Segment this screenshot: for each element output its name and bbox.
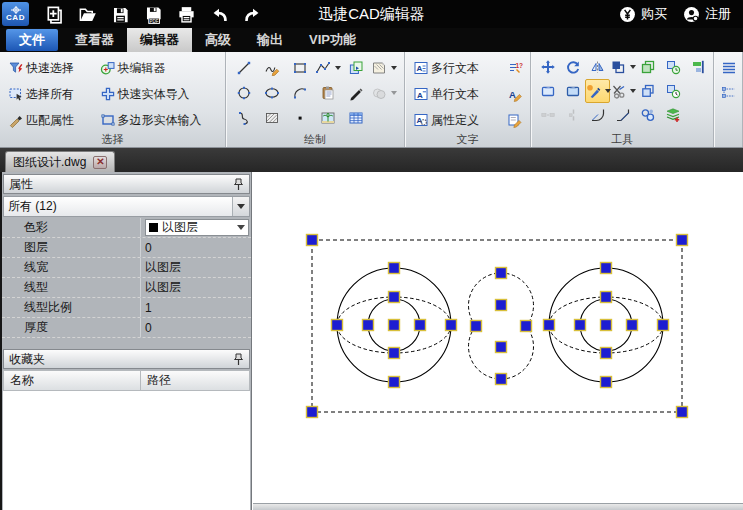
arc-tool[interactable] [286,80,314,105]
erase-tool[interactable] [585,79,610,103]
rect-tool-alt-tool[interactable] [560,79,585,103]
attr-edit-tool[interactable] [499,108,527,133]
grip-handle[interactable] [601,292,612,303]
entity-import-tool[interactable]: 快速实体导入 [96,82,223,107]
menu-tab-output[interactable]: 输出 [244,28,296,52]
mtext-tool[interactable]: A多行文本 [409,56,499,81]
app-logo[interactable]: CAD [2,2,29,26]
grip-handle[interactable] [544,320,555,331]
dropdown-caret-icon[interactable] [391,91,397,95]
hatch-box-tool[interactable] [258,105,286,130]
stext-tool[interactable]: A单行文本 [409,82,499,107]
hatch-stamp-tool[interactable] [370,55,398,80]
document-tab[interactable]: 图纸设计.dwg ✕ [5,151,115,172]
grip-handle[interactable] [496,374,507,385]
menu-tab-viewer[interactable]: 查看器 [62,28,127,52]
circle-tool[interactable] [230,80,258,105]
match-properties-tool[interactable]: 匹配属性 [4,108,96,133]
rotate-tool[interactable] [560,55,585,79]
new-document-button[interactable] [41,2,67,26]
grip-handle[interactable] [601,348,612,359]
grip-handle[interactable] [496,342,507,353]
trim-tool[interactable] [610,79,635,103]
copy-object-tool[interactable] [635,55,660,79]
grip-handle[interactable] [307,235,318,246]
grip-handle[interactable] [389,263,400,274]
properties-filter-dropdown[interactable]: 所有 (12) [3,196,250,217]
save-button[interactable] [107,2,133,26]
grip-handle[interactable] [496,268,507,279]
grip-handle[interactable] [601,377,612,388]
property-value-lineweight[interactable]: 以图层 [140,258,251,277]
color-value-dropdown[interactable]: 以图层 [145,219,249,236]
align-tool[interactable] [685,55,710,79]
ellipse-tool[interactable] [258,80,286,105]
property-value-linetype-scale[interactable]: 1 [140,298,251,317]
block-editor-tool[interactable]: 块编辑器 [96,56,223,81]
print-button[interactable] [173,2,199,26]
table-tool[interactable] [342,105,370,130]
drawing-canvas[interactable] [253,172,743,510]
rect-tool-tool[interactable] [535,79,560,103]
favorites-column-name[interactable]: 名称 [3,370,141,391]
polyline-tool[interactable] [314,55,342,80]
grip-handle[interactable] [521,321,532,332]
polygon-entity-tool[interactable]: 多边形实体输入 [96,108,223,133]
menu-tab-advanced[interactable]: 高级 [192,28,244,52]
drawing-svg[interactable] [253,172,743,510]
move-tool[interactable] [535,55,560,79]
grip-handle[interactable] [575,320,586,331]
save-as-pdf-button[interactable]: PDF [140,2,166,26]
image-tool[interactable] [314,105,342,130]
canvas-horizontal-scrollbar[interactable] [253,503,743,510]
menu-tab-file[interactable]: 文件 [6,29,58,51]
select-all-tool[interactable]: 选择所有 [4,82,96,107]
property-value-thickness[interactable]: 0 [140,318,251,337]
line-tool[interactable] [230,55,258,80]
offset-clock-tool[interactable] [660,79,685,103]
grip-handle[interactable] [627,320,638,331]
attr-def-tool[interactable]: A属性定义 [409,108,499,133]
text-edit-tool[interactable]: A [499,82,527,107]
pin-icon[interactable] [233,353,244,366]
register-button[interactable]: 注册 [683,5,731,23]
grip-handle[interactable] [389,377,400,388]
grip-handle[interactable] [415,320,426,331]
dropdown-caret-icon[interactable] [335,66,341,70]
array-tool[interactable] [610,55,635,79]
layers-add-tool[interactable] [660,103,685,127]
grip-handle[interactable] [471,321,482,332]
open-file-button[interactable] [74,2,100,26]
favorites-column-path[interactable]: 路径 [141,370,250,391]
favorites-list[interactable] [3,391,250,510]
grip-handle[interactable] [601,320,612,331]
grip-handle[interactable] [496,300,507,311]
mirror-tool[interactable] [585,55,610,79]
spline-tool[interactable] [230,105,258,130]
grip-handle[interactable] [307,407,318,418]
text-number-tool[interactable]: 1? [499,56,527,81]
property-value-color[interactable]: 以图层 [140,218,251,237]
grip-handle[interactable] [677,407,688,418]
grip-handle[interactable] [601,263,612,274]
grip-handle[interactable] [389,348,400,359]
chamfer-tool[interactable] [610,103,635,127]
paste-block-tool[interactable] [314,80,342,105]
grip-handle[interactable] [389,292,400,303]
undo-button[interactable] [206,2,232,26]
property-value-linetype[interactable]: 以图层 [140,278,251,297]
grip-handle[interactable] [363,320,374,331]
rectangle-tool[interactable] [286,55,314,80]
quick-select-tool[interactable]: 快速选择 [4,56,96,81]
circles-tool[interactable] [635,103,660,127]
redo-button[interactable] [239,2,265,26]
grip-handle[interactable] [658,320,669,331]
point-tool[interactable] [286,105,314,130]
fillet-tool[interactable] [585,103,610,127]
layer-tree-tool[interactable] [718,80,740,105]
copy-object-alt-tool[interactable] [635,79,660,103]
copy-rotate-tool[interactable] [660,55,685,79]
dropdown-arrow-icon[interactable] [237,225,245,230]
grip-handle[interactable] [677,235,688,246]
menu-tab-editor[interactable]: 编辑器 [127,28,192,52]
